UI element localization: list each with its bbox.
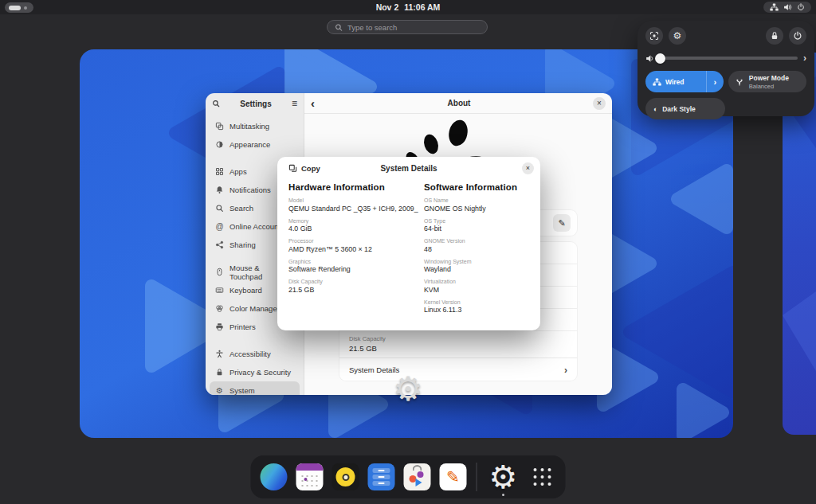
- settings-app-icon[interactable]: ⚙: [389, 369, 427, 408]
- dock-app-text-editor[interactable]: ✎: [438, 462, 469, 492]
- software-column: Software Information OS NameGNOME OS Nig…: [424, 182, 529, 314]
- wired-tile[interactable]: Wired ›: [645, 71, 724, 92]
- system-details-row[interactable]: System Details ›: [339, 358, 577, 381]
- clock[interactable]: Nov 2 11:06 AM: [0, 0, 816, 14]
- top-bar: Nov 2 11:06 AM: [0, 0, 816, 14]
- mouse-touchpad-icon: [215, 268, 224, 276]
- dialog-header: System Details Copy ×: [277, 157, 540, 179]
- settings-button[interactable]: ⚙: [669, 27, 686, 45]
- disk-capacity-row: Disk Capacity 21.5 GB: [339, 331, 577, 358]
- keyboard-icon: [215, 286, 224, 295]
- field-gnome-version: GNOME Version48: [424, 238, 529, 253]
- app-grid-button[interactable]: [528, 462, 558, 492]
- field-disk-capacity: Disk Capacity21.5 GB: [288, 279, 408, 294]
- sidebar-item-label: Printers: [230, 322, 256, 331]
- sidebar-header: Settings ≡: [206, 93, 304, 114]
- sidebar-group-gap: [210, 336, 300, 345]
- software-heading: Software Information: [424, 182, 529, 192]
- volume-slider[interactable]: [661, 57, 798, 60]
- sidebar-item-system[interactable]: ⚙ System: [210, 381, 300, 395]
- main-menu-icon[interactable]: ≡: [292, 98, 297, 109]
- pencil-icon: ✎: [558, 218, 565, 229]
- volume-icon: [645, 54, 655, 63]
- sidebar-item-multitasking[interactable]: Multitasking: [210, 117, 300, 135]
- back-button[interactable]: ‹: [311, 97, 325, 109]
- volume-icon: [783, 3, 792, 11]
- power-icon: [793, 31, 802, 41]
- dock-app-files[interactable]: [367, 462, 397, 492]
- system-tray[interactable]: [763, 2, 811, 13]
- close-window-button[interactable]: ×: [593, 97, 606, 110]
- hardware-column: Hardware Information ModelQEMU Standard …: [288, 182, 408, 314]
- dock-app-settings[interactable]: ⚙: [485, 459, 522, 495]
- power-mode-subtitle: Balanced: [749, 83, 789, 90]
- volume-expand-icon[interactable]: ›: [803, 53, 806, 64]
- close-dialog-button[interactable]: ×: [522, 162, 534, 174]
- sidebar-item-label: Multitasking: [230, 122, 269, 131]
- about-header: ‹ About ×: [304, 93, 612, 114]
- web-browser-icon: [261, 463, 288, 490]
- quick-settings-panel: ⚙ › Wired ›: [638, 21, 814, 116]
- field-kernel-version: Kernel VersionLinux 6.11.3: [424, 299, 529, 315]
- disk-capacity-value: 21.5 GB: [349, 344, 567, 353]
- search-input[interactable]: [347, 23, 480, 32]
- lock-button[interactable]: [766, 27, 783, 45]
- power-button[interactable]: [789, 27, 806, 45]
- sidebar-item-label: Sharing: [230, 240, 256, 249]
- network-wired-icon: [770, 3, 779, 11]
- dark-style-label: Dark Style: [662, 105, 696, 113]
- copy-label: Copy: [301, 164, 320, 173]
- dark-style-tile[interactable]: ◐ Dark Style: [645, 98, 725, 119]
- lock-icon: [770, 31, 779, 41]
- accessibility-icon: [215, 350, 224, 358]
- sidebar-item-label: Online Accounts: [230, 222, 284, 231]
- quick-settings-tiles: Wired › Power Mode Balanced: [645, 71, 806, 92]
- dock-app-web-browser[interactable]: [259, 462, 289, 492]
- online-accounts-icon: @: [215, 222, 224, 231]
- sidebar-item-label: Accessibility: [230, 350, 271, 358]
- running-indicator: [502, 494, 504, 496]
- calendar-icon: [296, 463, 324, 490]
- sharing-icon: [215, 240, 224, 249]
- dock-app-calendar[interactable]: [295, 462, 325, 492]
- sidebar-item-label: Appearance: [230, 140, 270, 149]
- chevron-right-icon: ›: [564, 365, 567, 376]
- dock-separator: [477, 463, 477, 491]
- sidebar-item-label: System: [230, 386, 255, 395]
- sidebar-item-privacy-security[interactable]: Privacy & Security: [210, 363, 300, 381]
- dialog-body: Hardware Information ModelQEMU Standard …: [277, 179, 540, 317]
- gnome-overview: Nov 2 11:06 AM: [0, 0, 816, 504]
- search-icon[interactable]: [212, 100, 220, 107]
- field-os-name: OS NameGNOME OS Nightly: [424, 197, 529, 213]
- field-processor: ProcessorAMD Ryzen™ 5 3600 × 12: [288, 238, 408, 253]
- sidebar-item-appearance[interactable]: Appearance: [210, 135, 300, 154]
- multitasking-icon: [215, 122, 224, 131]
- quick-settings-toprow: ⚙: [645, 27, 806, 45]
- music-icon: [332, 463, 359, 490]
- system-details-dialog: System Details Copy × Hardware Informati…: [277, 157, 540, 330]
- search-bar[interactable]: [327, 20, 488, 34]
- wired-expand-arrow[interactable]: ›: [706, 71, 724, 92]
- dock-app-software[interactable]: [402, 462, 433, 492]
- field-model: ModelQEMU Standard PC _Q35 + ICH9, 2009_: [288, 197, 408, 213]
- copy-button[interactable]: Copy: [284, 162, 325, 175]
- volume-slider-knob[interactable]: [655, 53, 665, 64]
- search-icon: [335, 23, 343, 32]
- page-title: About: [325, 99, 593, 107]
- power-mode-tile[interactable]: Power Mode Balanced: [728, 71, 806, 92]
- screenshot-button[interactable]: [645, 27, 663, 45]
- apps-icon: [215, 167, 224, 176]
- dash-dock: ✎ ⚙: [251, 455, 566, 498]
- sidebar-item-label: Search: [230, 204, 253, 213]
- edit-device-name-button[interactable]: ✎: [553, 214, 571, 232]
- sidebar-item-label: Apps: [230, 167, 247, 176]
- window-title: Settings: [225, 100, 287, 108]
- text-editor-icon: ✎: [440, 463, 467, 490]
- sidebar-item-accessibility[interactable]: Accessibility: [210, 345, 300, 363]
- notifications-icon: [215, 186, 224, 194]
- gear-icon: ⚙: [673, 30, 682, 41]
- dock-app-music[interactable]: [331, 462, 361, 492]
- power-icon: [797, 3, 805, 11]
- disk-capacity-label: Disk Capacity: [349, 335, 567, 342]
- power-mode-title: Power Mode: [749, 74, 789, 82]
